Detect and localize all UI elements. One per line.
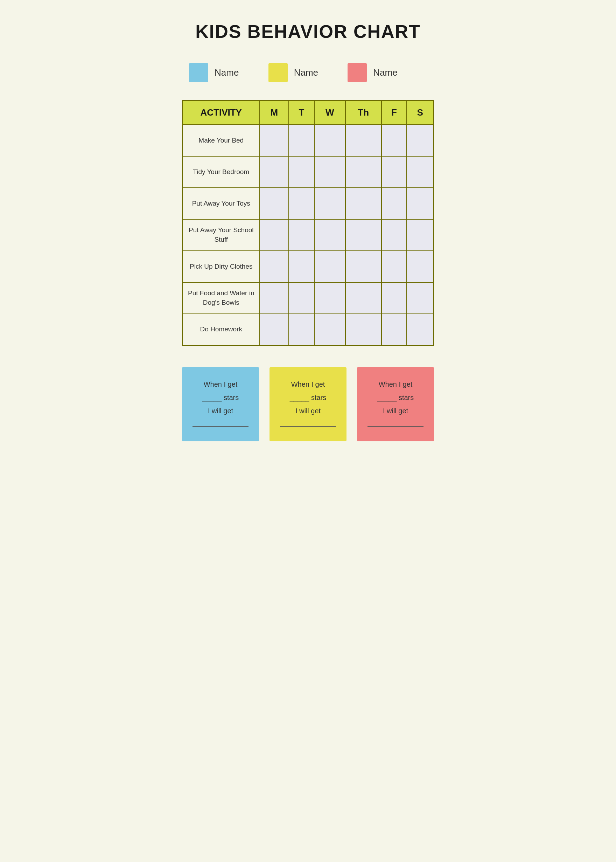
day-cell-5-2[interactable] (314, 282, 346, 314)
day-cell-0-0[interactable] (260, 125, 289, 156)
day-header-t: T (289, 101, 314, 125)
table-row: Tidy Your Bedroom (183, 156, 434, 188)
day-cell-3-0[interactable] (260, 219, 289, 251)
day-cell-3-5[interactable] (407, 219, 433, 251)
table-row: Pick Up Dirty Clothes (183, 251, 434, 282)
day-cell-5-1[interactable] (289, 282, 314, 314)
legend-color-yellow (269, 63, 288, 82)
day-cell-5-4[interactable] (382, 282, 407, 314)
day-cell-2-3[interactable] (346, 188, 382, 219)
day-cell-4-2[interactable] (314, 251, 346, 282)
day-header-th: Th (346, 101, 382, 125)
table-row: Put Away Your School Stuff (183, 219, 434, 251)
reward-line-yellow (280, 426, 336, 427)
day-header-m: M (260, 101, 289, 125)
activity-cell-1: Tidy Your Bedroom (183, 156, 260, 188)
table-row: Do Homework (183, 314, 434, 345)
day-cell-4-0[interactable] (260, 251, 289, 282)
day-cell-3-2[interactable] (314, 219, 346, 251)
reward-line-pink (368, 426, 423, 427)
day-cell-1-5[interactable] (407, 156, 433, 188)
day-cell-5-3[interactable] (346, 282, 382, 314)
day-cell-1-3[interactable] (346, 156, 382, 188)
activity-cell-2: Put Away Your Toys (183, 188, 260, 219)
day-cell-4-4[interactable] (382, 251, 407, 282)
reward-text-blue: When I get _____ stars I will get (193, 378, 248, 431)
day-cell-2-0[interactable] (260, 188, 289, 219)
legend-item-blue: Name (189, 63, 269, 82)
day-cell-6-2[interactable] (314, 314, 346, 345)
day-cell-2-1[interactable] (289, 188, 314, 219)
legend-label-yellow: Name (294, 67, 318, 78)
day-cell-0-2[interactable] (314, 125, 346, 156)
day-cell-2-4[interactable] (382, 188, 407, 219)
activity-cell-3: Put Away Your School Stuff (183, 219, 260, 251)
table-row: Put Away Your Toys (183, 188, 434, 219)
activity-cell-0: Make Your Bed (183, 125, 260, 156)
legend-label-blue: Name (215, 67, 239, 78)
day-cell-6-5[interactable] (407, 314, 433, 345)
day-cell-0-4[interactable] (382, 125, 407, 156)
reward-card-blue: When I get _____ stars I will get (182, 367, 259, 441)
activity-cell-6: Do Homework (183, 314, 260, 345)
day-cell-6-0[interactable] (260, 314, 289, 345)
day-header-f: F (382, 101, 407, 125)
day-cell-4-5[interactable] (407, 251, 433, 282)
day-cell-6-3[interactable] (346, 314, 382, 345)
day-cell-0-5[interactable] (407, 125, 433, 156)
legend-item-pink: Name (347, 63, 427, 82)
reward-card-yellow: When I get _____ stars I will get (269, 367, 347, 441)
activity-column-header: ACTIVITY (183, 101, 260, 125)
reward-section: When I get _____ stars I will get When I… (182, 367, 434, 441)
day-cell-2-2[interactable] (314, 188, 346, 219)
reward-text-yellow: When I get _____ stars I will get (280, 378, 336, 431)
table-header-row: ACTIVITY M T W Th F S (183, 101, 434, 125)
day-cell-1-1[interactable] (289, 156, 314, 188)
day-cell-0-3[interactable] (346, 125, 382, 156)
day-header-s: S (407, 101, 433, 125)
day-cell-4-1[interactable] (289, 251, 314, 282)
day-cell-1-2[interactable] (314, 156, 346, 188)
page: KIDS BEHAVIOR CHART Name Name Name ACTIV… (154, 0, 462, 462)
legend-color-pink (347, 63, 367, 82)
activity-cell-5: Put Food and Water in Dog's Bowls (183, 282, 260, 314)
table-row: Make Your Bed (183, 125, 434, 156)
legend-item-yellow: Name (269, 63, 348, 82)
reward-line-blue (193, 426, 248, 427)
day-header-w: W (314, 101, 346, 125)
day-cell-3-1[interactable] (289, 219, 314, 251)
day-cell-5-5[interactable] (407, 282, 433, 314)
legend-label-pink: Name (373, 67, 397, 78)
day-cell-3-4[interactable] (382, 219, 407, 251)
day-cell-6-4[interactable] (382, 314, 407, 345)
activity-cell-4: Pick Up Dirty Clothes (183, 251, 260, 282)
day-cell-0-1[interactable] (289, 125, 314, 156)
day-cell-1-4[interactable] (382, 156, 407, 188)
day-cell-1-0[interactable] (260, 156, 289, 188)
behavior-chart-table: ACTIVITY M T W Th F S Make Your BedTidy … (182, 100, 434, 346)
legend-color-blue (189, 63, 208, 82)
page-title: KIDS BEHAVIOR CHART (195, 21, 421, 42)
legend: Name Name Name (182, 63, 434, 82)
reward-text-pink: When I get _____ stars I will get (368, 378, 423, 431)
table-row: Put Food and Water in Dog's Bowls (183, 282, 434, 314)
day-cell-2-5[interactable] (407, 188, 433, 219)
day-cell-3-3[interactable] (346, 219, 382, 251)
reward-card-pink: When I get _____ stars I will get (357, 367, 434, 441)
day-cell-4-3[interactable] (346, 251, 382, 282)
day-cell-6-1[interactable] (289, 314, 314, 345)
day-cell-5-0[interactable] (260, 282, 289, 314)
